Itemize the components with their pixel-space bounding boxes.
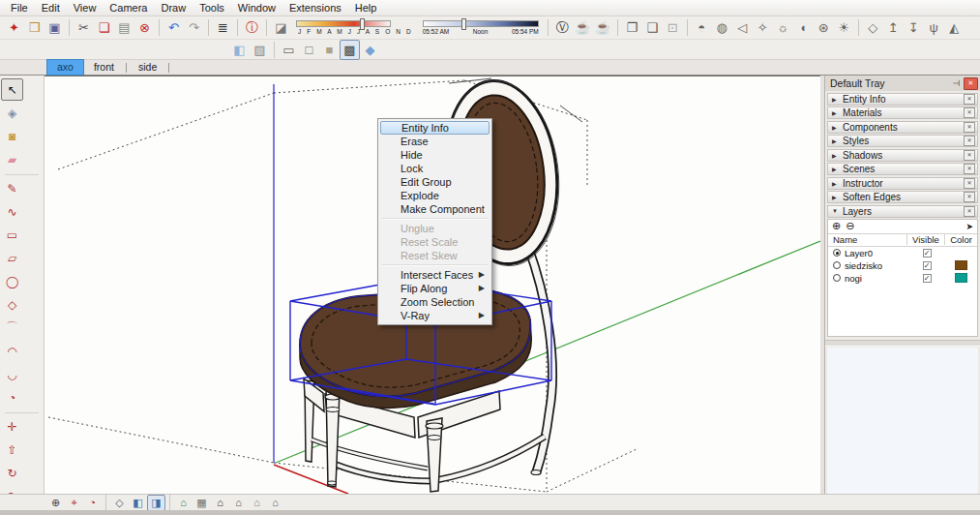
new-model-button[interactable]: ✦ — [4, 17, 24, 38]
tray-panel-layers[interactable]: ▼Layers✕ — [827, 205, 978, 218]
display-section-fill-button[interactable]: ◨ — [147, 495, 165, 511]
copy-button[interactable]: ❏ — [94, 17, 114, 38]
shaded-button[interactable]: ■ — [319, 40, 340, 60]
layer-visible-checkbox[interactable]: ✓ — [923, 261, 932, 270]
cut-button[interactable]: ✂ — [74, 17, 94, 38]
collapse-arrow-icon[interactable]: ▼ — [832, 208, 839, 214]
context-menu-item-intersect-faces[interactable]: Intersect Faces▶ — [380, 268, 490, 282]
shadow-date-thumb[interactable] — [360, 18, 365, 30]
open-model-button[interactable]: ❒ — [24, 17, 45, 38]
circle-tool[interactable]: ◯ — [1, 270, 23, 292]
vray-spot-light-button[interactable]: ◁ — [732, 17, 753, 38]
vray-mesh-light-button[interactable]: ⊛ — [814, 17, 834, 38]
vray-render-button[interactable]: ☕ — [573, 17, 593, 38]
layer-active-radio[interactable] — [833, 274, 841, 282]
menu-camera[interactable]: Camera — [103, 1, 154, 15]
context-menu-item-erase[interactable]: Erase — [380, 135, 490, 148]
tray-close-button[interactable]: ✕ — [964, 77, 978, 90]
tray-panel-scenes[interactable]: ▶Scenes✕ — [827, 163, 978, 175]
shadow-time-thumb[interactable] — [461, 18, 466, 30]
context-menu-item-v-ray[interactable]: V-Ray▶ — [380, 309, 490, 322]
expand-arrow-icon[interactable]: ▶ — [832, 180, 839, 187]
vray-import-proxy-button[interactable]: ↧ — [904, 17, 924, 38]
pie-tool[interactable]: ◔ — [1, 386, 23, 409]
vray-infinite-plane-button[interactable]: ◇ — [863, 17, 883, 38]
paste-button[interactable]: ▤ — [114, 17, 134, 38]
shadow-date-track[interactable] — [296, 20, 391, 27]
scene-tab-front[interactable]: front — [84, 60, 124, 75]
context-menu-item-make-component[interactable]: Make Component — [380, 202, 490, 216]
undo-button[interactable]: ↶ — [163, 17, 184, 38]
menu-draw[interactable]: Draw — [154, 1, 193, 15]
expand-arrow-icon[interactable]: ▶ — [832, 137, 839, 144]
panel-close-button[interactable]: ✕ — [964, 164, 975, 174]
view-top-button[interactable]: ▦ — [193, 495, 211, 511]
layer-row-layer0[interactable]: Layer0✓ — [828, 247, 977, 259]
menu-file[interactable]: File — [4, 1, 35, 15]
menu-extensions[interactable]: Extensions — [282, 1, 348, 15]
menu-tools[interactable]: Tools — [193, 1, 231, 15]
save-model-button[interactable]: ▣ — [45, 17, 65, 38]
expand-arrow-icon[interactable]: ▶ — [832, 96, 839, 103]
scene-tab-side[interactable]: side — [129, 60, 166, 75]
arc-tool[interactable]: ⌒ — [1, 317, 23, 339]
freehand-tool[interactable]: ∿ — [1, 200, 23, 223]
vray-export-proxy-button[interactable]: ↥ — [883, 17, 904, 38]
vray-sun-light-button[interactable]: ☀ — [834, 17, 854, 38]
vray-batch-render-button[interactable]: ❑ — [642, 17, 663, 38]
polygon-tool[interactable]: ◇ — [1, 293, 23, 316]
context-menu-item-explode[interactable]: Explode — [380, 189, 490, 202]
layer-row-nogi[interactable]: nogi✓ — [828, 272, 977, 285]
context-menu-item-flip-along[interactable]: Flip Along▶ — [380, 282, 490, 295]
expand-arrow-icon[interactable]: ▶ — [832, 166, 839, 172]
layers-menu-button[interactable]: ➤ — [965, 222, 973, 231]
erase-button[interactable]: ⊗ — [134, 17, 155, 38]
three-point-arc-tool[interactable]: ◡ — [1, 363, 23, 385]
context-menu-item-reset-skew[interactable]: Reset Skew — [380, 249, 490, 262]
vray-fur-button[interactable]: ψ — [924, 17, 944, 38]
expand-arrow-icon[interactable]: ▶ — [832, 124, 839, 131]
menu-edit[interactable]: Edit — [35, 1, 67, 15]
eraser-tool[interactable]: ▰ — [1, 148, 23, 170]
hidden-line-button[interactable]: □ — [299, 40, 319, 60]
tray-panel-soften-edges[interactable]: ▶Soften Edges✕ — [827, 191, 978, 203]
tray-panel-components[interactable]: ▶Components✕ — [827, 121, 978, 134]
tray-panel-shadows[interactable]: ▶Shadows✕ — [827, 149, 978, 162]
vray-sphere-light-button[interactable]: ◍ — [712, 17, 732, 38]
rotate-tool[interactable]: ↻ — [1, 462, 23, 484]
vray-frame-buffer-button[interactable]: ❐ — [622, 17, 642, 38]
redo-button[interactable]: ↷ — [184, 17, 204, 38]
view-left-button[interactable]: ⌂ — [248, 495, 266, 511]
menu-help[interactable]: Help — [348, 1, 384, 15]
panel-close-button[interactable]: ✕ — [964, 94, 975, 105]
context-menu-item-unglue[interactable]: Unglue — [380, 222, 490, 235]
tray-panel-instructor[interactable]: ▶Instructor✕ — [827, 177, 978, 190]
display-section-cuts-button[interactable]: ◧ — [129, 495, 147, 511]
layer-visible-checkbox[interactable]: ✓ — [923, 249, 932, 258]
tray-resize-handle[interactable] — [825, 340, 980, 347]
shaded-textures-button[interactable]: ▩ — [340, 40, 360, 60]
layer-color-swatch[interactable] — [955, 273, 967, 283]
context-menu-item-lock[interactable]: Lock — [380, 162, 490, 175]
shadow-time-track[interactable] — [423, 20, 539, 27]
xray-button[interactable]: ◧ — [229, 40, 250, 60]
view-back-button[interactable]: ⌂ — [266, 495, 284, 511]
menu-window[interactable]: Window — [231, 1, 282, 15]
remove-layer-button[interactable]: ⊖ — [846, 220, 854, 232]
expand-arrow-icon[interactable]: ▶ — [832, 194, 839, 200]
vray-interactive-render-button[interactable]: ☕ — [593, 17, 613, 38]
enter-north-angle-button[interactable]: ◔ — [83, 495, 102, 511]
view-iso-button[interactable]: ⌂ — [174, 495, 193, 511]
panel-close-button[interactable]: ✕ — [964, 136, 975, 146]
view-front-button[interactable]: ⌂ — [211, 495, 229, 511]
vray-lock-camera-button[interactable]: ⊡ — [663, 17, 683, 38]
vray-clipper-button[interactable]: ◭ — [944, 17, 965, 38]
add-layer-button[interactable]: ⊕ — [832, 220, 841, 232]
pin-icon[interactable]: ⊤ — [951, 79, 961, 88]
context-menu-item-zoom-selection[interactable]: Zoom Selection — [380, 295, 490, 309]
shadow-time-slider[interactable]: 05:52 AMNoon05:54 PM — [423, 20, 539, 35]
select-tool[interactable]: ↖ — [1, 78, 23, 101]
vray-omni-light-button[interactable]: ☼ — [773, 17, 793, 38]
view-right-button[interactable]: ⌂ — [229, 495, 248, 511]
vray-options-button[interactable]: Ⓥ — [552, 17, 573, 38]
